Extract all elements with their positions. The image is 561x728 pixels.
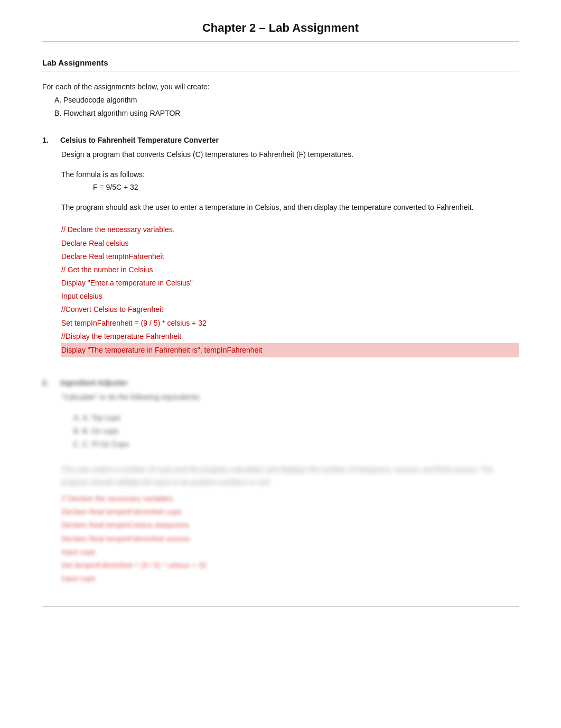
code-line-2: Declare Real celsius [61,237,519,250]
code-line-4: // Get the number in Celsius [61,263,519,277]
list-item-2a: A. Tsp cups [82,411,519,425]
formula-block: The formula is as follows: F = 9/5C + 32 [61,169,519,194]
code-line-1: // Declare the necessary variables. [61,223,519,236]
list-item-2c: C. Fl Oz Cups [82,438,519,451]
code-line-3: Declare Real tempInFahrenheit [61,250,519,263]
bottom-divider [42,606,519,607]
formula: F = 9/5C + 32 [93,181,519,194]
page-title: Chapter 2 – Lab Assignment [42,21,519,35]
title-section: Chapter 2 – Lab Assignment [42,21,519,42]
section-header: Lab Assignments [42,58,519,71]
code-line-8: Set tempInFahrenheit = (9 / 5) * celsius… [61,317,519,330]
assignment-2-title: Ingredient Adjuster [60,379,128,387]
assignment-2-title-row: 2. Ingredient Adjuster [42,379,519,387]
code2-line-7: Input cups [61,572,519,585]
assignment-2-note: The user enters a number of cups and the… [61,464,519,489]
intro-list: Pseudocode algorithm Flowchart algorithm… [63,94,519,120]
list-item: Pseudocode algorithm [63,94,519,107]
code2-line-2: Declare Real tempInFahrenheit cups [61,505,519,519]
intro-text: For each of the assignments below, you w… [42,81,519,94]
code-line-10: Display "The temperature in Fahrenheit i… [61,343,519,357]
page-container: Chapter 2 – Lab Assignment Lab Assignmen… [0,0,561,728]
assignment-1-title: Celsius to Fahrenheit Temperature Conver… [60,136,219,144]
note-text: The program should ask the user to enter… [61,201,519,214]
assignment-2-number: 2. [42,379,57,387]
assignment-1-title-row: 1. Celsius to Fahrenheit Temperature Con… [42,136,519,144]
assignment-2-block: 2. Ingredient Adjuster "Calculate" or do… [42,379,519,585]
assignment-1-code: // Declare the necessary variables. Decl… [61,223,519,357]
assignment-2-description: "Calculate" or do the following equivale… [61,391,519,404]
assignment-1-note: The program should ask the user to enter… [61,201,519,214]
assignment-1-body: Design a program that converts Celsius (… [61,149,519,214]
list-item-2b: B. Oz cups [82,425,519,438]
assignment-1-description: Design a program that converts Celsius (… [61,149,519,161]
list-item: Flowchart algorithm using RAPTOR [63,107,519,120]
note-text-2: The user enters a number of cups and the… [61,464,519,489]
assignment-2-code: // Declare the necessary variables. Decl… [61,492,519,585]
description-text-2: "Calculate" or do the following equivale… [61,391,519,404]
code-line-5: Display "Enter a temperature in Celsius" [61,277,519,290]
code2-line-1: // Declare the necessary variables. [61,492,519,505]
assignment-2-list: A. Tsp cups B. Oz cups C. Fl Oz Cups [82,411,519,451]
code2-line-6: Set tempInFahrenheit = (9 / 5) * celsius… [61,559,519,572]
code-line-6: Input celsius [61,290,519,303]
description-text: Design a program that converts Celsius (… [61,149,519,161]
formula-intro: The formula is as follows: [61,169,519,181]
code-line-7: //Convert Celsius to Fagrenheit [61,303,519,316]
assignment-1-number: 1. [42,136,57,144]
code-line-9: //Display the temperature Fahrenheit [61,330,519,343]
code2-line-5: Input cups [61,546,519,559]
code2-line-3: Declare Real tempInCelsius teaspoons [61,519,519,532]
assignment-2-body: "Calculate" or do the following equivale… [61,391,519,489]
intro-block: For each of the assignments below, you w… [42,81,519,120]
code2-line-4: Declare Real tempInFahrenheit ounces [61,532,519,546]
assignment-1-block: 1. Celsius to Fahrenheit Temperature Con… [42,136,519,357]
section-header-text: Lab Assignments [42,58,108,67]
